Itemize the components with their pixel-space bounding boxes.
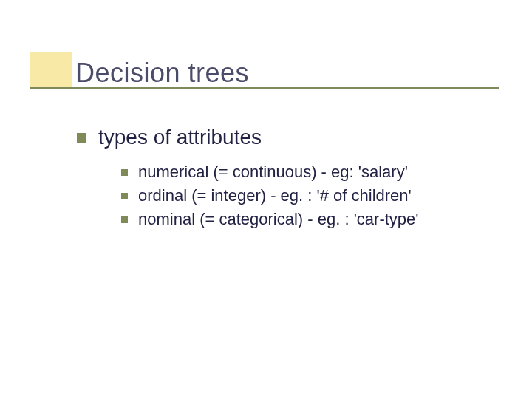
list-item-level1: types of attributes bbox=[77, 126, 419, 149]
list-item-level2: numerical (= continuous) - eg: 'salary' bbox=[121, 163, 419, 182]
list-item-level2: ordinal (= integer) - eg. : '# of childr… bbox=[121, 186, 419, 205]
sublist: numerical (= continuous) - eg: 'salary' … bbox=[121, 163, 419, 229]
list-item-text: nominal (= categorical) - eg. : 'car-typ… bbox=[138, 210, 419, 229]
list-item-text: types of attributes bbox=[98, 126, 262, 149]
list-item-level2: nominal (= categorical) - eg. : 'car-typ… bbox=[121, 210, 419, 229]
slide-title-block: Decision trees bbox=[30, 58, 249, 89]
list-item-text: ordinal (= integer) - eg. : '# of childr… bbox=[138, 186, 412, 205]
square-bullet-icon bbox=[77, 133, 86, 143]
square-bullet-icon bbox=[121, 216, 128, 223]
square-bullet-icon bbox=[121, 193, 128, 200]
square-bullet-icon bbox=[121, 169, 128, 176]
slide-content: types of attributes numerical (= continu… bbox=[77, 126, 419, 233]
slide-title: Decision trees bbox=[30, 58, 249, 89]
list-item-text: numerical (= continuous) - eg: 'salary' bbox=[138, 163, 408, 182]
